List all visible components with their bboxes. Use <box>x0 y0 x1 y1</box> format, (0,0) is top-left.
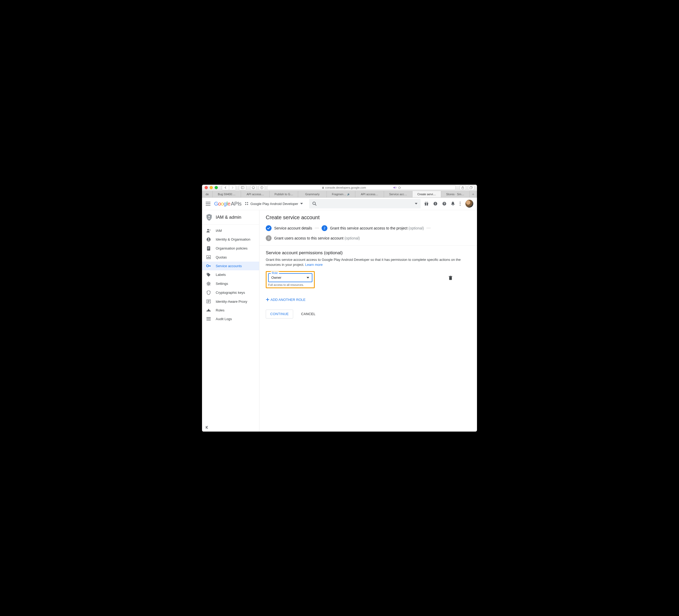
minimize-window-button[interactable] <box>209 186 213 189</box>
tab[interactable]: API access… <box>241 191 269 197</box>
sidebar-item-label: Roles <box>216 308 224 312</box>
step-2[interactable]: 2 Grant this service account access to t… <box>322 225 424 231</box>
tab[interactable]: Service acc… <box>384 191 413 197</box>
notifications-icon[interactable] <box>451 202 455 206</box>
sidebar-item-label: Identity-Aware Proxy <box>216 300 247 304</box>
step-1[interactable]: Service account details <box>266 225 312 231</box>
doc-icon <box>206 246 211 251</box>
sidebar-item-label: Quotas <box>216 255 227 259</box>
extension-button-2[interactable] <box>259 185 265 190</box>
extension-button-1[interactable] <box>250 185 257 190</box>
svg-line-14 <box>315 205 317 206</box>
step-divider <box>315 228 319 228</box>
person-add-icon <box>206 229 211 233</box>
avatar[interactable] <box>465 200 473 208</box>
chevron-down-icon <box>300 203 303 205</box>
url-host: console.developers.google.com <box>325 186 366 189</box>
tab[interactable]: de <box>202 191 213 197</box>
sidebar-item-iap[interactable]: Identity-Aware Proxy <box>202 297 259 306</box>
help-icon[interactable]: ? <box>442 202 446 206</box>
back-button[interactable] <box>222 185 229 190</box>
sidebar-item-settings[interactable]: Settings <box>202 279 259 288</box>
tab[interactable]: Stores · Sm… <box>441 191 470 197</box>
step-number-3: 3 <box>266 235 271 241</box>
role-row: Role Owner Full access to all resources. <box>266 271 471 288</box>
sidebar-item-labels[interactable]: Labels <box>202 270 259 279</box>
alert-icon[interactable] <box>433 202 438 206</box>
menu-icon[interactable] <box>206 202 211 206</box>
cancel-button[interactable]: CANCEL <box>297 310 320 318</box>
sidebar-toggle-button[interactable] <box>239 185 246 190</box>
tab-active[interactable]: Create servi… <box>413 191 441 197</box>
sidebar-item-service-accounts[interactable]: Service accounts <box>202 261 259 270</box>
roles-icon <box>206 309 211 311</box>
key-icon <box>206 264 211 268</box>
audio-icon <box>393 186 396 189</box>
tab-strip: de Bug 59400:… API access… Publish to G…… <box>202 191 477 197</box>
tab-label: Bug 59400:… <box>218 193 235 196</box>
sidebar-item-identity[interactable]: Identity & Organisation <box>202 235 259 244</box>
sidebar-collapse-button[interactable] <box>202 423 259 432</box>
reload-icon[interactable] <box>398 186 401 189</box>
learn-more-link[interactable]: Learn more <box>305 263 323 267</box>
content-shell: IAM & admin IAM Identity & Organisation … <box>202 210 477 432</box>
button-label: CANCEL <box>301 312 316 316</box>
role-select[interactable]: Role Owner <box>268 273 312 282</box>
tab[interactable]: Grammarly <box>298 191 327 197</box>
svg-point-30 <box>207 229 209 230</box>
sidebar-item-quotas[interactable]: Quotas <box>202 253 259 261</box>
stepper: Service account details 2 Grant this ser… <box>259 224 477 246</box>
svg-point-45 <box>207 274 208 274</box>
tab[interactable]: Fragmen…🔊 <box>327 191 355 197</box>
sidebar-item-label: IAM <box>216 229 222 233</box>
add-another-role-button[interactable]: ADD ANOTHER ROLE <box>259 293 477 303</box>
sidebar-item-iam[interactable]: IAM <box>202 226 259 235</box>
tab-label: Publish to G… <box>274 193 293 196</box>
window-controls <box>205 186 218 189</box>
sidebar-item-label: Settings <box>216 282 228 286</box>
svg-rect-61 <box>449 277 452 280</box>
project-picker[interactable]: Google Play Android Developer <box>245 202 303 206</box>
role-field: Role Owner Full access to all resources. <box>268 273 312 286</box>
quota-icon <box>206 255 211 259</box>
sidebar-item-orgpolicies[interactable]: Organisation policies <box>202 244 259 253</box>
svg-rect-9 <box>470 187 472 189</box>
svg-rect-22 <box>435 205 435 205</box>
search-icon <box>312 202 317 206</box>
sidebar-item-label: Cryptographic keys <box>216 290 245 295</box>
tabs-overview-button[interactable] <box>468 185 474 190</box>
step-number-2: 2 <box>322 225 327 231</box>
page-title: Create service account <box>259 210 477 224</box>
role-floating-label: Role <box>271 271 279 275</box>
search-dropdown-icon[interactable] <box>415 203 417 205</box>
sidebar-item-crypto[interactable]: Cryptographic keys <box>202 288 259 297</box>
google-apis-logo[interactable]: Google APIs <box>214 201 241 207</box>
delete-role-button[interactable] <box>449 276 452 280</box>
optional-label: (optional) <box>345 236 360 240</box>
sidebar-title: IAM & admin <box>202 210 259 225</box>
gift-icon[interactable] <box>424 202 428 206</box>
sidebar-list: IAM Identity & Organisation Organisation… <box>202 225 259 325</box>
search-input[interactable] <box>309 199 421 208</box>
gear-icon <box>206 282 211 286</box>
button-row: CONTINUE CANCEL <box>259 303 477 326</box>
url-field[interactable]: console.developers.google.com <box>267 185 456 190</box>
tab-label: API access… <box>247 193 264 196</box>
tab[interactable]: API access… <box>355 191 384 197</box>
more-icon[interactable] <box>460 202 461 206</box>
step-3[interactable]: 3 Grant users access to this service acc… <box>266 235 471 241</box>
continue-button[interactable]: CONTINUE <box>266 310 293 318</box>
fullscreen-window-button[interactable] <box>215 186 218 189</box>
role-value: Owner <box>271 276 281 280</box>
project-icon <box>245 202 248 205</box>
sidebar-item-audit[interactable]: Audit Logs <box>202 315 259 323</box>
close-window-button[interactable] <box>205 186 208 189</box>
tab[interactable]: Bug 59400:… <box>213 191 241 197</box>
sidebar-item-roles[interactable]: Roles <box>202 306 259 315</box>
tab[interactable]: Publish to G… <box>270 191 298 197</box>
forward-button[interactable] <box>229 185 236 190</box>
svg-rect-33 <box>207 246 210 251</box>
share-button[interactable] <box>460 185 466 190</box>
url-bar-wrap: console.developers.google.com <box>250 185 456 190</box>
new-tab-button[interactable]: + <box>470 191 477 197</box>
